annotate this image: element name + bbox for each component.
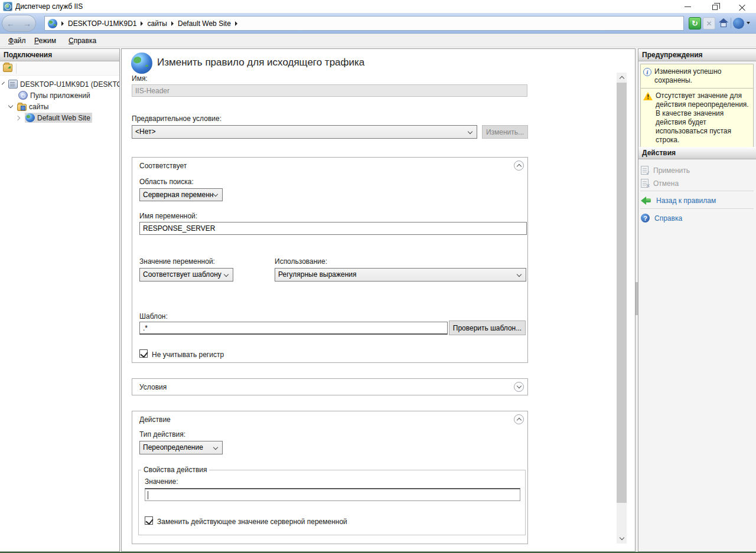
nav-buttons: ← →	[2, 15, 36, 32]
apply-label: Применить	[653, 166, 690, 175]
close-button[interactable]	[729, 0, 755, 13]
tree-item-server[interactable]: DESKTOP-U1MK9D1 (DESKTO	[0, 78, 119, 90]
home-roof	[719, 18, 728, 22]
create-connection-icon[interactable]	[3, 64, 12, 72]
minimize-icon	[685, 6, 691, 7]
action-properties-title: Свойства действия	[141, 466, 209, 474]
help-icon	[641, 214, 650, 222]
restore-button[interactable]	[702, 0, 728, 13]
breadcrumb[interactable]: DESKTOP-U1MK9D1 сайты Default Web Site	[44, 16, 684, 31]
tree-item-app-pools[interactable]: Пулы приложений	[0, 90, 119, 101]
variable-value-select[interactable]: Соответствует шаблону	[139, 268, 233, 282]
cancel-label: Отмена	[653, 179, 679, 188]
collapse-section-button[interactable]	[514, 161, 524, 171]
help-icon[interactable]	[733, 18, 744, 29]
chevron-up-icon	[516, 164, 521, 169]
pattern-label: Шаблон:	[139, 312, 168, 320]
chevron-down-icon	[619, 535, 624, 540]
variable-name-input[interactable]: RESPONSE_SERVER	[139, 222, 527, 235]
help-link[interactable]: Справка	[641, 212, 753, 224]
pattern-input[interactable]: .*	[139, 322, 448, 335]
iis-manager-window: Диспетчер служб IIS ← → DESKTOP-U1MK9D1 …	[0, 0, 756, 553]
chevron-down-icon[interactable]	[2, 82, 5, 85]
back-arrow-icon[interactable]: ←	[6, 19, 15, 28]
cancel-button: ✕ Отмена	[641, 177, 753, 189]
tree-item-label: сайты	[29, 103, 49, 111]
close-icon	[739, 4, 745, 10]
breadcrumb-arrow-icon[interactable]	[141, 21, 143, 26]
help-dropdown-caret-icon[interactable]	[747, 22, 750, 24]
actions-header: Действия	[638, 147, 756, 159]
globe-icon	[48, 19, 57, 28]
breadcrumb-item-site[interactable]: Default Web Site	[178, 19, 231, 28]
action-section-title: Действие	[139, 415, 171, 424]
edit-precondition-button: Изменить...	[482, 125, 528, 139]
warning-icon	[643, 92, 653, 101]
menu-file[interactable]: Файл	[6, 36, 28, 45]
home-icon[interactable]	[717, 17, 729, 30]
scroll-up-button[interactable]	[617, 73, 627, 83]
name-field: IIS-Header	[132, 84, 527, 97]
precondition-value: <Нет>	[135, 127, 155, 136]
selected-tree-item[interactable]: Default Web Site	[25, 113, 92, 123]
breadcrumb-arrow-icon[interactable]	[171, 21, 174, 26]
toolbar-separator	[731, 18, 731, 28]
usage-select[interactable]: Регулярные выражения	[275, 268, 526, 282]
scope-value: Серверная переменн	[143, 191, 213, 199]
chevron-down-icon	[213, 192, 218, 197]
alert-text: Изменения успешно сохранены.	[654, 67, 751, 85]
scrollbar-thumb[interactable]	[617, 83, 627, 503]
refresh-icon[interactable]: ↻	[689, 17, 701, 30]
replace-existing-checkbox[interactable]	[145, 516, 153, 525]
expand-section-button[interactable]	[514, 382, 524, 392]
chevron-down-icon	[517, 271, 522, 276]
action-type-select[interactable]: Переопределение	[139, 441, 223, 454]
match-section: Соответствует Область поиска: Серверная …	[132, 157, 528, 363]
collapse-section-button[interactable]	[514, 414, 524, 424]
help-label: Справка	[654, 214, 682, 222]
back-arrow-icon	[641, 197, 651, 205]
precondition-label: Предварительное условие:	[132, 114, 221, 123]
alert-missing-value: Отсутствует значение для действия переоп…	[640, 88, 754, 148]
globe-icon	[25, 113, 35, 122]
menu-bar: Файл Режим Справка	[0, 34, 756, 47]
connections-panel: Подключения DESKTOP-U1MK9D1 (DESKTO Пулы…	[0, 48, 120, 552]
chevron-down-icon	[213, 444, 218, 449]
apply-button: ✓ Применить	[641, 164, 753, 176]
variable-value-label: Значение переменной:	[139, 257, 215, 266]
value-input[interactable]	[145, 488, 520, 501]
address-bar: ← → DESKTOP-U1MK9D1 сайты Default Web Si…	[0, 13, 756, 34]
tree-item-sites[interactable]: сайты	[0, 101, 119, 112]
title-bar: Диспетчер служб IIS	[0, 0, 756, 13]
breadcrumb-item-server[interactable]: DESKTOP-U1MK9D1	[68, 19, 136, 28]
action-type-label: Тип действия:	[139, 430, 185, 439]
back-to-rules-link[interactable]: Назад к правилам	[641, 194, 753, 207]
app-pools-icon	[18, 91, 28, 100]
tree-item-default-web-site[interactable]: Default Web Site	[0, 112, 119, 123]
cancel-icon: ✕	[641, 179, 649, 188]
breadcrumb-item-sites[interactable]: сайты	[147, 19, 167, 28]
apply-icon: ✓	[641, 166, 649, 175]
precondition-select[interactable]: <Нет>	[132, 125, 477, 139]
right-panel: Предупреждения Изменения успешно сохране…	[638, 48, 756, 552]
alert-text: Отсутствует значение для действия переоп…	[656, 91, 751, 145]
menu-help[interactable]: Справка	[66, 36, 99, 45]
ignore-case-checkbox[interactable]	[139, 349, 148, 358]
breadcrumb-arrow-icon[interactable]	[61, 21, 64, 26]
content-scrollbar[interactable]	[617, 73, 627, 544]
breadcrumb-arrow-icon[interactable]	[235, 21, 237, 26]
alert-saved: Изменения успешно сохранены.	[640, 64, 754, 89]
match-section-title: Соответствует	[139, 162, 187, 170]
scope-select[interactable]: Серверная переменн	[139, 188, 223, 201]
chevron-down-icon[interactable]	[8, 103, 13, 108]
test-pattern-button[interactable]: Проверить шаблон...	[449, 320, 526, 335]
scroll-down-button[interactable]	[617, 534, 627, 544]
menu-view[interactable]: Режим	[32, 36, 58, 45]
minimize-button[interactable]	[674, 0, 701, 13]
tree-item-label: Пулы приложений	[30, 91, 90, 100]
forward-arrow-icon[interactable]: →	[23, 19, 31, 28]
chevron-right-icon[interactable]	[15, 115, 20, 120]
server-icon	[8, 80, 18, 89]
conditions-section-title: Условия	[139, 383, 167, 391]
folder-icon	[17, 104, 27, 111]
